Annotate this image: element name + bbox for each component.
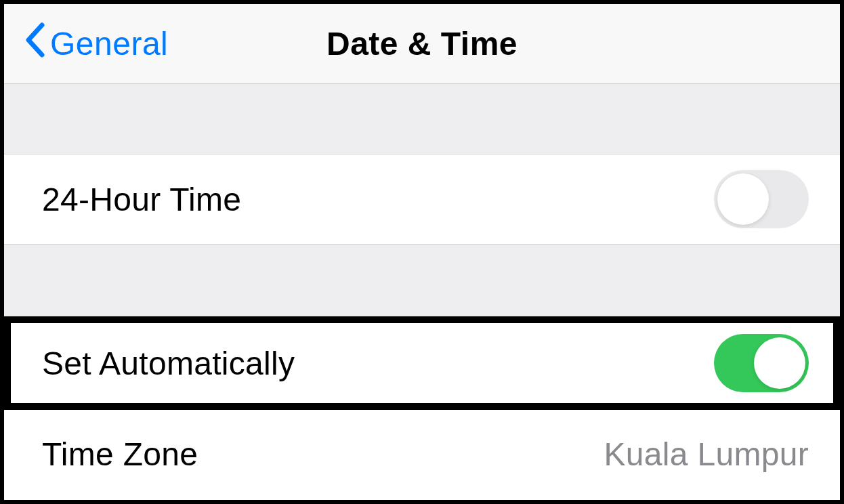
toggle-24-hour-time[interactable] (714, 170, 809, 228)
row-value-time-zone: Kuala Lumpur (604, 436, 809, 473)
section-spacer (4, 84, 840, 154)
back-button-label: General (50, 25, 168, 62)
page-title: Date & Time (326, 25, 518, 62)
toggle-knob (754, 337, 805, 389)
row-time-zone[interactable]: Time Zone Kuala Lumpur (4, 410, 840, 494)
row-label-time-zone: Time Zone (42, 436, 198, 473)
back-button[interactable]: General (4, 22, 168, 65)
navigation-bar: General Date & Time (4, 4, 840, 84)
row-24-hour-time: 24-Hour Time (4, 154, 840, 244)
chevron-left-icon (24, 22, 45, 65)
row-label-set-automatically: Set Automatically (42, 345, 295, 382)
toggle-set-automatically[interactable] (714, 334, 809, 392)
section-spacer (4, 244, 840, 316)
row-label-24-hour: 24-Hour Time (42, 181, 241, 218)
row-set-automatically: Set Automatically (4, 316, 840, 410)
toggle-knob (717, 173, 769, 225)
